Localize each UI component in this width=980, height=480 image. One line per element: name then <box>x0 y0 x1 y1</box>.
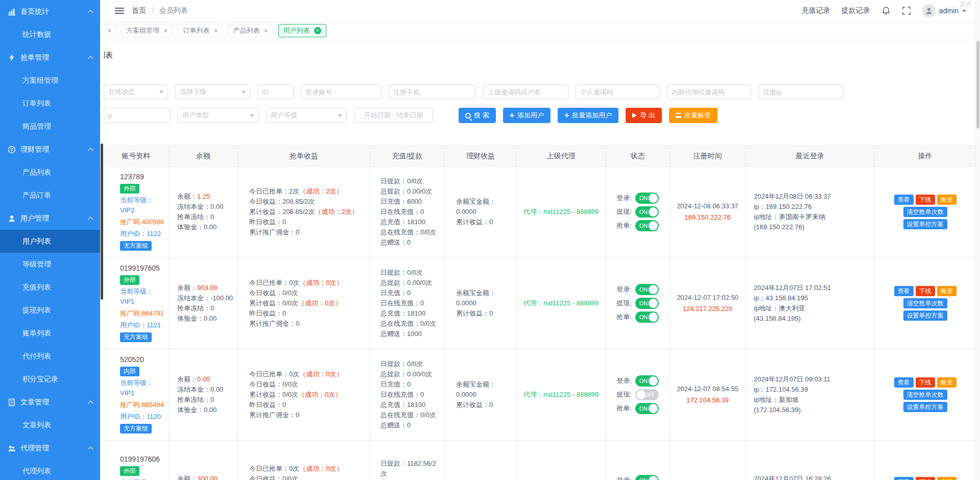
sidebar-item-points-records[interactable]: 积分宝记录 <box>0 368 100 391</box>
cell-agent: 代理：md11225 - 888899 <box>517 258 606 349</box>
balance-change-button[interactable]: 账变 <box>937 286 957 296</box>
status-toggle[interactable]: OFF <box>635 389 659 400</box>
filter-id[interactable] <box>257 84 294 100</box>
balance-change-button[interactable]: 账变 <box>937 195 957 205</box>
status-toggle[interactable]: ON <box>635 311 659 323</box>
balance-change-button[interactable]: 账变 <box>937 477 957 480</box>
recharge-records-link[interactable]: 充值记录 <box>802 6 830 15</box>
sidebar-item-withdraw-list[interactable]: 提现列表 <box>0 299 100 322</box>
tab-cut[interactable]: × <box>104 24 116 37</box>
filter-internal-agent-code[interactable] <box>667 84 751 100</box>
status-toggle[interactable]: ON <box>635 220 659 231</box>
sidebar-item-bill-list[interactable]: 账单列表 <box>0 322 100 345</box>
tab-close-icon[interactable]: × <box>107 28 111 34</box>
balance-value: 0.00 <box>204 315 217 322</box>
filter-register-phone[interactable] <box>389 84 476 100</box>
offline-button[interactable]: 下线 <box>916 286 935 296</box>
register-ip: 169.150.222.76 <box>673 212 742 223</box>
sidebar-item-product-orders[interactable]: 产品订单 <box>0 184 100 207</box>
filter-user-type[interactable]: 用户类型 <box>178 108 259 123</box>
filter-parent-invite-code[interactable] <box>483 84 568 100</box>
sidebar-item-user-list[interactable]: 用户列表 <box>0 230 100 253</box>
select-value: 在线状态 <box>108 87 135 97</box>
sidebar-group-home-stats[interactable]: 首页统计 <box>0 0 100 23</box>
filter-select-subordinate[interactable]: 选择下级 <box>175 84 250 100</box>
filter-ip-fragment[interactable] <box>104 108 171 123</box>
sidebar-scrollbar-thumb[interactable] <box>101 143 103 300</box>
offline-button[interactable]: 下线 <box>916 377 935 388</box>
username: 0199197605 <box>120 263 165 273</box>
filter-personal-invite-code[interactable] <box>576 84 660 100</box>
set-control-plan-button[interactable]: 设置单控方案 <box>903 310 947 321</box>
sidebar-item-payout-list[interactable]: 代付列表 <box>0 345 100 368</box>
withdraw-records-link[interactable]: 提款记录 <box>842 6 870 15</box>
tab-plan-group-management[interactable]: 方案组管理× <box>121 24 173 37</box>
sidebar-scrollbar[interactable] <box>100 0 104 480</box>
sidebar-item-order-list[interactable]: 订单列表 <box>0 92 100 115</box>
status-toggle[interactable]: ON <box>635 403 659 414</box>
breadcrumb-home[interactable]: 首页 <box>132 6 146 14</box>
clear-grab-count-button[interactable]: 清空抢单次数 <box>903 390 947 400</box>
filter-date-range[interactable]: 开始日期 - 结束日期 <box>354 108 433 123</box>
tab-order-list[interactable]: 订单列表× <box>178 24 223 37</box>
status-toggle[interactable]: ON <box>635 193 659 204</box>
status-toggle[interactable]: ON <box>635 284 659 295</box>
balance-value: 0 <box>210 304 214 312</box>
page-scrollbar[interactable] <box>975 0 980 480</box>
sidebar-group-user-management[interactable]: 用户管理 <box>0 207 100 230</box>
sidebar-item-product-list[interactable]: 产品列表 <box>0 161 100 184</box>
sidebar-item-agent-list[interactable]: 代理列表 <box>0 460 100 480</box>
filter-register-ip[interactable] <box>758 84 844 100</box>
filter-user-level[interactable]: 用户等级 <box>266 108 347 123</box>
cell-grab-earnings: 今日已抢单：0次（成功：0次）今日收益：0/0次累计收益：0/0次（成功：0次）… <box>238 258 370 349</box>
offline-button[interactable]: 下线 <box>916 195 935 205</box>
bell-icon[interactable] <box>881 6 891 15</box>
page-scrollbar-thumb[interactable] <box>976 41 979 129</box>
view-button[interactable]: 查看 <box>894 377 914 388</box>
status-toggle[interactable]: ON <box>635 298 659 309</box>
status-toggle[interactable]: ON <box>635 375 659 387</box>
batch-add-user-button[interactable]: 批量添加用户 <box>558 108 618 123</box>
sidebar-item-recharge-list[interactable]: 充值列表 <box>0 276 100 299</box>
view-button[interactable]: 查看 <box>894 477 914 480</box>
sidebar-group-agent-management[interactable]: 代理管理 <box>0 437 100 460</box>
status-toggle[interactable]: ON <box>635 206 659 218</box>
clear-grab-count-button[interactable]: 清空抢单次数 <box>903 298 947 308</box>
status-toggle[interactable]: ON <box>635 475 659 480</box>
last-login-line: ip地址：澳大利亚 <box>754 303 871 314</box>
tab-close-icon[interactable]: × <box>213 28 218 34</box>
balance-change-button[interactable]: 账变 <box>937 377 957 388</box>
batch-balance-change-button[interactable]: 批量账变 <box>669 108 718 123</box>
sidebar-group-grab-management[interactable]: 抢单管理 <box>0 46 100 69</box>
filter-login-account[interactable] <box>301 84 381 100</box>
finance-line: 余额宝金额：0.0000 <box>456 379 513 400</box>
export-button[interactable]: 导 出 <box>626 108 662 123</box>
view-button[interactable]: 查看 <box>894 195 914 205</box>
filter-online-status[interactable]: 在线状态 <box>104 84 168 100</box>
offline-button[interactable]: 下线 <box>916 477 935 480</box>
search-button[interactable]: 搜 索 <box>459 108 496 123</box>
sidebar-group-article-management[interactable]: 文章管理 <box>0 391 100 414</box>
set-control-plan-button[interactable]: 设置单控方案 <box>903 219 947 229</box>
view-button[interactable]: 查看 <box>894 286 914 296</box>
sidebar-item-level-management[interactable]: 等级管理 <box>0 253 100 276</box>
tab-close-icon[interactable]: × <box>264 28 268 34</box>
grab-success-count: （成功：0次） <box>299 279 343 286</box>
clear-grab-count-button[interactable]: 清空抢单次数 <box>903 207 947 217</box>
tab-user-list[interactable]: 用户列表× <box>278 24 326 37</box>
sidebar-item-article-list[interactable]: 文章列表 <box>0 414 100 437</box>
fullscreen-icon[interactable] <box>902 6 911 15</box>
cell-status: 登录:ON提现:OFF抢单:ON <box>606 349 670 441</box>
tab-product-list[interactable]: 产品列表× <box>228 24 273 37</box>
sidebar-item-goods-management[interactable]: 商品管理 <box>0 115 100 138</box>
cell-balance: 余额：1.25冻结本金：0.00抢单冻结：0体验金：0.00 <box>169 166 238 258</box>
sidebar-group-finance-management[interactable]: 理财管理 <box>0 138 100 161</box>
tab-close-icon[interactable]: × <box>163 28 168 34</box>
tab-close-icon[interactable]: × <box>314 27 321 34</box>
menu-toggle-icon[interactable] <box>115 8 124 14</box>
sidebar: 首页统计统计数据抢单管理方案组管理订单列表商品管理理财管理产品列表产品订单用户管… <box>0 0 100 480</box>
add-user-button[interactable]: 添加用户 <box>503 108 551 123</box>
sidebar-item-plan-group-management[interactable]: 方案组管理 <box>0 69 100 92</box>
sidebar-item-stats-data[interactable]: 统计数据 <box>0 23 100 46</box>
set-control-plan-button[interactable]: 设置单控方案 <box>903 402 947 412</box>
